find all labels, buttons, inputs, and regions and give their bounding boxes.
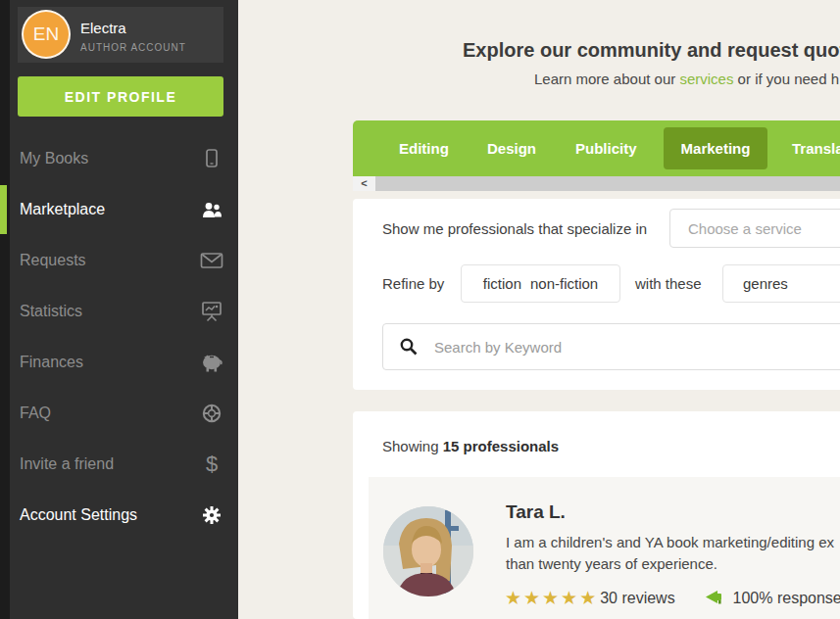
fiction-toggle-group: fiction non-fiction: [461, 264, 620, 303]
avatar[interactable]: EN: [22, 10, 71, 59]
filter-panel: Show me professionals that specialize in…: [353, 199, 840, 390]
sidebar-item-statistics[interactable]: Statistics: [0, 286, 238, 337]
tab-translation[interactable]: Translation: [792, 120, 840, 176]
professional-meta: ★★★★★30 reviews 100% response rate: [505, 587, 840, 608]
sidebar-item-requests[interactable]: Requests: [0, 235, 238, 286]
presentation-chart-icon: [200, 300, 223, 323]
keyword-search: [382, 323, 840, 370]
edit-profile-button[interactable]: EDIT PROFILE: [18, 76, 223, 117]
showing-prefix: Showing: [382, 438, 443, 454]
sidebar-item-label: Marketplace: [20, 201, 200, 218]
response-rate: 100% response rate: [733, 590, 840, 606]
tab-publicity[interactable]: Publicity: [575, 120, 637, 176]
sidebar-item-invite-a-friend[interactable]: Invite a friend $: [0, 439, 238, 490]
sidebar-nav: My Books Marketplace Requests Statistics: [0, 133, 238, 541]
account-name: Electra: [80, 20, 126, 36]
lifebuoy-icon: [200, 402, 223, 425]
tab-marketing[interactable]: Marketing: [664, 127, 767, 169]
non-fiction-option[interactable]: non-fiction: [530, 275, 598, 292]
showing-count: 15 professionals: [443, 438, 559, 454]
tab-editing[interactable]: Editing: [399, 120, 449, 176]
megaphone-icon: [701, 591, 729, 607]
subtitle-text: Learn more about our: [534, 71, 679, 87]
sidebar: EN Electra AUTHOR ACCOUNT EDIT PROFILE M…: [0, 0, 238, 619]
envelope-icon: [200, 249, 223, 272]
category-tab-bar: Editing Design Publicity Marketing Trans…: [353, 120, 840, 176]
with-these-label: with these: [635, 275, 702, 292]
sidebar-item-my-books[interactable]: My Books: [0, 133, 238, 184]
sidebar-item-account-settings[interactable]: Account Settings: [0, 490, 238, 541]
account-panel: EN Electra AUTHOR ACCOUNT: [18, 7, 223, 63]
sidebar-item-label: Finances: [20, 354, 200, 371]
genres-select[interactable]: genres: [722, 264, 840, 303]
piggy-bank-icon: [200, 351, 223, 374]
sidebar-item-finances[interactable]: Finances: [0, 337, 238, 388]
sidebar-item-label: My Books: [20, 150, 200, 167]
people-icon: [200, 198, 223, 221]
professional-card[interactable]: Tara L. I am a children's and YA book ma…: [369, 477, 840, 619]
professional-bio: I am a children's and YA book marketing/…: [506, 532, 834, 575]
subtitle-text: or if you need h: [733, 71, 839, 87]
refine-by-label: Refine by: [382, 275, 444, 292]
sidebar-item-label: FAQ: [20, 405, 200, 422]
gear-icon: [200, 503, 223, 527]
fiction-option[interactable]: fiction: [483, 275, 521, 292]
sidebar-item-label: Account Settings: [20, 506, 200, 524]
results-panel: Showing 15 professionals Tara L. I am a: [353, 411, 840, 619]
tabs-horizontal-scrollbar[interactable]: <: [353, 176, 840, 191]
scroll-left-button[interactable]: <: [353, 176, 375, 191]
professional-name[interactable]: Tara L.: [506, 501, 566, 523]
page-subtitle: Learn more about our services or if you …: [534, 71, 839, 87]
bio-line: I am a children's and YA book marketing/…: [506, 534, 834, 550]
page-title: Explore our community and request quotes: [463, 39, 840, 62]
phone-icon: [200, 147, 223, 170]
sidebar-item-marketplace[interactable]: Marketplace: [0, 184, 238, 235]
service-select[interactable]: [669, 209, 840, 248]
main-content: Explore our community and request quotes…: [238, 0, 840, 619]
sidebar-item-label: Requests: [20, 252, 200, 269]
sidebar-item-label: Invite a friend: [20, 455, 200, 473]
search-input[interactable]: [382, 323, 840, 370]
search-icon: [399, 337, 419, 360]
sidebar-item-label: Statistics: [20, 303, 200, 320]
dollar-icon: $: [200, 452, 223, 476]
services-link[interactable]: services: [679, 71, 733, 87]
tab-design[interactable]: Design: [487, 120, 536, 176]
professional-photo: [383, 506, 473, 596]
sidebar-item-faq[interactable]: FAQ: [0, 388, 238, 439]
star-rating: ★★★★★: [505, 588, 598, 608]
specialize-label: Show me professionals that specialize in: [382, 220, 647, 237]
reviews-count[interactable]: 30 reviews: [600, 590, 674, 606]
results-count: Showing 15 professionals: [382, 438, 559, 454]
bio-line: than twenty years of experience.: [506, 555, 717, 572]
account-type-label: AUTHOR ACCOUNT: [80, 42, 186, 53]
